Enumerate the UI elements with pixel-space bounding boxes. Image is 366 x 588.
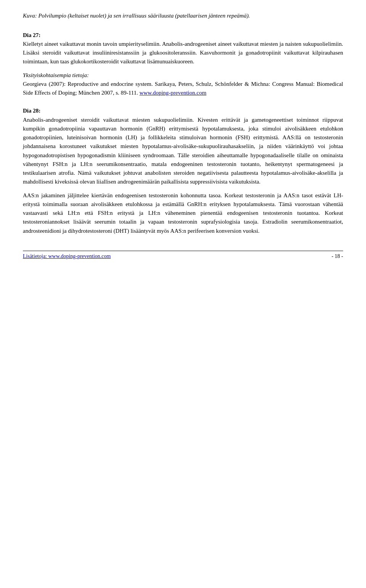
dia28-header-text: Dia 28: Anabolis-androgeeniset steroidit… xyxy=(23,106,343,186)
dia28-section: Dia 28: Anabolis-androgeeniset steroidit… xyxy=(23,106,343,235)
dia27-paragraph: Kielletyt aineet vaikuttavat monin tavoi… xyxy=(23,41,343,65)
dia28-paragraph-2: AAS:n jakaminen jäljittelee kiertävän en… xyxy=(23,191,343,235)
dia27-header-text: Dia 27: Kielletyt aineet vaikuttavat mon… xyxy=(23,31,343,66)
dia27-label: Dia 27: xyxy=(23,32,40,38)
dia27-section: Dia 27: Kielletyt aineet vaikuttavat mon… xyxy=(23,31,343,98)
dia27-details: Yksityiskohtaisempia tietoja: Georgieva … xyxy=(23,71,343,98)
dia27-reference-link[interactable]: www.doping-prevention.com xyxy=(140,90,207,96)
page-content: Kuva: Polvilumpio (keltaiset nuolet) ja … xyxy=(23,11,343,259)
page-footer: Lisätietoja: www.doping-prevention.com -… xyxy=(23,251,343,259)
dia28-paragraph-1: Anabolis-androgeeniset steroidit vaikutt… xyxy=(23,117,343,185)
image-caption: Kuva: Polvilumpio (keltaiset nuolet) ja … xyxy=(23,11,343,20)
dia27-details-label: Yksityiskohtaisempia tietoja: xyxy=(23,72,89,78)
footer-link[interactable]: Lisätietoja: www.doping-prevention.com xyxy=(23,253,111,259)
page-number: - 18 - xyxy=(332,253,343,259)
dia28-label: Dia 28: xyxy=(23,108,40,114)
